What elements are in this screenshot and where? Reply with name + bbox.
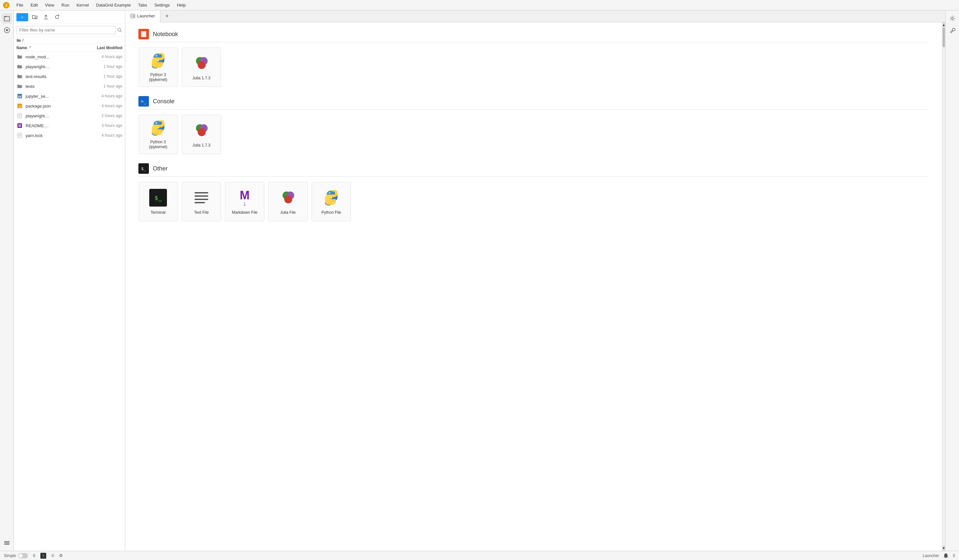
svg-line-14 [120,31,122,32]
file-modified: 4 hours ago [86,103,122,108]
notification-icon[interactable] [943,553,949,559]
menu-tabs[interactable]: Tabs [135,2,150,8]
notebook-section-title: Notebook [153,31,178,38]
scroll-up-btn[interactable]: ▲ [942,22,945,27]
text-file-card[interactable]: Text File [182,182,221,221]
markdown-file-card[interactable]: M ↓ Markdown File [225,182,264,221]
file-list-header: Name Last Modified [14,44,125,52]
menu-help[interactable]: Help [174,2,189,8]
launcher-tab[interactable]: Launcher [125,11,160,22]
notebook-julia-label: Julia 1.7.3 [193,76,210,81]
file-modified: 1 hour ago [86,74,122,79]
new-folder-button[interactable] [30,13,39,22]
file-item-readme[interactable]: M README.... 3 hours ago [14,121,125,130]
python-file-icon: py [16,93,23,99]
svg-rect-7 [4,542,10,543]
status-count2: 0 [51,554,54,558]
python-file-card-icon [322,188,341,208]
file-item-playwright-config[interactable]: playwright.... 2 hours ago [14,111,125,121]
menu-view[interactable]: View [41,2,57,8]
menu-settings[interactable]: Settings [151,2,173,8]
settings-panel-btn[interactable] [947,13,958,24]
terminal-status-icon: $ [40,553,46,559]
file-item-tests[interactable]: tests 1 hour ago [14,81,125,91]
menu-datagrid[interactable]: DataGrid Example [93,2,134,8]
add-tab-button[interactable]: + [162,11,172,22]
console-section-header: >_ Console [139,96,929,110]
python-file-card[interactable]: Python File [312,182,351,221]
console-julia-card[interactable]: Julia 1.7.3 [182,115,221,154]
modified-column-header[interactable]: Last Modified [86,46,122,50]
menu-kernel[interactable]: Kernel [73,2,92,8]
notification-count: 0 [953,554,955,558]
markdown-file-icon: M ↓ [235,188,255,208]
name-column-header[interactable]: Name [16,46,86,50]
folder-icon [16,38,21,43]
content-scrollbar[interactable]: ▲ ▼ [942,22,945,551]
sidebar-running-btn[interactable] [2,25,12,35]
notebook-julia-card[interactable]: Julia 1.7.3 [182,48,221,87]
file-modified: 4 hours ago [86,94,122,99]
file-name: test-results [25,74,86,79]
file-modified: 1 hour ago [86,64,122,69]
notebook-python3-label: Python 3(ipykernel) [149,72,167,83]
tab-bar: Launcher + [125,11,945,22]
file-name: playwright-... [25,64,86,69]
file-item-yarn-lock[interactable]: yarn.lock 4 hours ago [14,130,125,140]
file-name: README.... [25,123,86,128]
svg-point-5 [6,29,8,31]
config-file-icon [16,113,23,119]
launcher-content: Notebook [125,22,942,551]
folder-icon [16,73,23,80]
menubar: J File Edit View Run Kernel DataGrid Exa… [0,0,959,11]
file-item-package-json[interactable]: {} package.json 4 hours ago [14,101,125,111]
svg-rect-31 [141,31,142,37]
breadcrumb: / [14,37,125,44]
menu-edit[interactable]: Edit [27,2,41,8]
launch-icon [131,14,135,18]
julia-file-icon [278,188,298,208]
file-modified: 4 hours ago [86,133,122,138]
app-logo: J [3,2,10,9]
file-modified: 2 hours ago [86,113,122,118]
notebook-section: Notebook [139,29,929,87]
julia-file-card[interactable]: Julia File [268,182,307,221]
notebook-python3-card[interactable]: Python 3(ipykernel) [139,48,178,87]
wrench-panel-btn[interactable] [947,25,958,35]
sort-icon [29,46,32,49]
svg-text:{}: {} [19,105,21,108]
console-python3-card[interactable]: Python 3(ipykernel) [139,115,178,154]
file-item-node-modules[interactable]: node_mod... 4 hours ago [14,52,125,62]
mode-toggle[interactable]: Simple [4,553,28,558]
refresh-button[interactable] [53,13,62,22]
file-name: jupyter_se... [25,94,86,99]
toggle-switch[interactable] [18,553,28,558]
file-name: node_mod... [25,54,86,59]
terminal-card[interactable]: $_ Terminal [139,182,178,221]
file-name: tests [25,84,86,89]
file-item-jupyter[interactable]: py jupyter_se... 4 hours ago [14,91,125,101]
search-icon [117,27,122,33]
other-section-icon: $_ [139,163,149,174]
file-item-test-results[interactable]: test-results 1 hour ago [14,72,125,81]
right-sidebar [945,11,959,551]
search-input[interactable] [16,26,116,34]
menu-file[interactable]: File [13,2,27,8]
sidebar-commands-btn[interactable] [2,538,12,548]
console-python3-icon [148,119,168,137]
file-item-playwright[interactable]: playwright-... 1 hour ago [14,62,125,72]
upload-button[interactable] [41,13,51,22]
new-launcher-button[interactable]: + + [16,13,28,21]
svg-point-32 [156,56,157,57]
svg-text:M: M [18,124,21,127]
python3-icon [148,52,168,70]
other-section: $_ Other $_ Terminal [139,163,929,221]
cpu-status-icon: ⚙ [59,553,63,558]
menu-run[interactable]: Run [58,2,72,8]
sidebar-files-btn[interactable] [2,13,12,24]
console-python3-label: Python 3(ipykernel) [149,140,167,150]
markdown-file-icon: M [16,122,23,129]
scroll-thumb[interactable] [943,27,945,47]
scroll-down-btn[interactable]: ▼ [942,546,945,551]
status-bar: Simple 0 $ 0 ⚙ Launcher 0 [0,551,959,560]
